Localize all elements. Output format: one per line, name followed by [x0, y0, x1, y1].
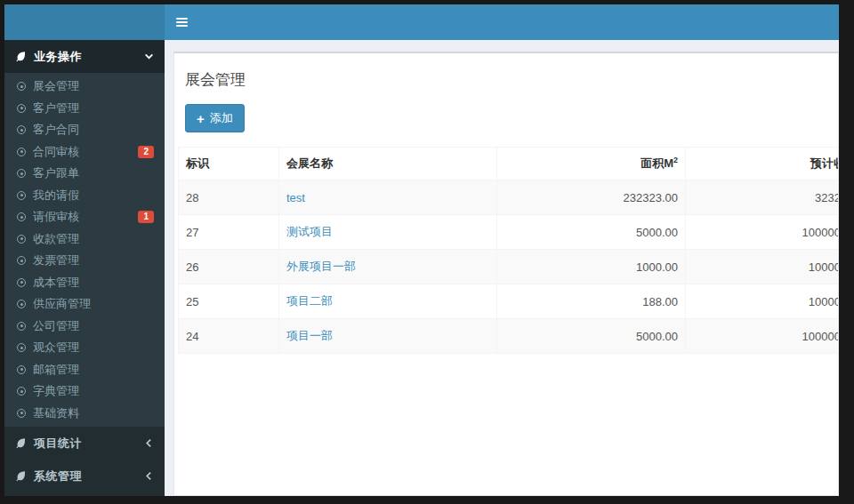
dot-circle-icon — [17, 148, 26, 156]
exhibition-table: 标识 会展名称 面积M2 预计收入 实施部门 28 test 232323.00 — [178, 147, 839, 354]
sidebar-item-basic-data[interactable]: 基础资料 — [4, 403, 165, 425]
sidebar-section-project-stats[interactable]: 项目统计 — [4, 427, 165, 460]
col-header-name: 会展名称 — [279, 148, 497, 180]
navbar — [165, 4, 839, 40]
sidebar-item-cost-mgmt[interactable]: 成本管理 — [4, 272, 165, 294]
sidebar-item-dictionary-mgmt[interactable]: 字典管理 — [4, 380, 165, 403]
cell-area: 188.00 — [497, 284, 686, 319]
sidebar-section-label: 业务操作 — [34, 49, 82, 65]
dot-circle-icon — [17, 300, 26, 308]
sidebar-item-company-mgmt[interactable]: 公司管理 — [4, 316, 165, 338]
sidebar-section-label: 系统管理 — [34, 468, 82, 484]
leaf-icon — [15, 437, 27, 449]
col-header-id: 标识 — [179, 148, 279, 180]
dot-circle-icon — [17, 169, 26, 178]
cell-area: 1000.00 — [497, 250, 686, 284]
dot-circle-icon — [17, 125, 26, 134]
chevron-left-icon — [144, 438, 154, 448]
content-box: 展会管理 + 添加 标识 会展名称 面积M2 预计收入 实施部门 — [173, 52, 839, 496]
exhibition-link[interactable]: 外展项目一部 — [286, 260, 356, 273]
sidebar-item-mailbox-mgmt[interactable]: 邮箱管理 — [4, 359, 165, 381]
table-row: 24 项目一部 5000.00 100000.00 内展项目 — [179, 319, 840, 354]
sidebar-section-label: 项目统计 — [34, 436, 82, 452]
chevron-down-icon — [144, 52, 154, 61]
cell-revenue: 10000.00 — [686, 284, 840, 319]
sidebar-item-supplier-mgmt[interactable]: 供应商管理 — [4, 293, 165, 316]
dot-circle-icon — [17, 191, 26, 200]
sidebar-item-contract-review[interactable]: 合同审核 2 — [4, 141, 165, 164]
cell-name: 外展项目一部 — [279, 250, 497, 284]
sidebar-item-leave-review[interactable]: 请假审核 1 — [4, 206, 165, 228]
dot-circle-icon — [17, 387, 26, 396]
sidebar-item-customer-followup[interactable]: 客户跟单 — [4, 163, 165, 185]
exhibition-link[interactable]: 项目二部 — [286, 294, 333, 308]
table-row: 26 外展项目一部 1000.00 10000.00 外展项目 — [179, 250, 840, 284]
dot-circle-icon — [17, 256, 26, 265]
cell-id: 26 — [179, 250, 279, 284]
col-header-revenue: 预计收入 — [686, 148, 840, 180]
table-row: 25 项目二部 188.00 10000.00 内展项目 — [179, 284, 840, 319]
add-button[interactable]: + 添加 — [185, 104, 245, 132]
dot-circle-icon — [17, 365, 26, 374]
chevron-left-icon — [144, 471, 154, 481]
cell-area: 5000.00 — [497, 319, 686, 354]
dot-circle-icon — [17, 104, 26, 113]
sidebar-section-system-mgmt[interactable]: 系统管理 — [4, 460, 165, 492]
sidebar-item-invoice-mgmt[interactable]: 发票管理 — [4, 250, 165, 272]
sidebar-item-customer-contract[interactable]: 客户合同 — [4, 119, 165, 141]
cell-revenue: 10000.00 — [686, 250, 840, 284]
cell-name: 项目一部 — [279, 319, 497, 354]
table-row: 28 test 232323.00 3232.00 内展项目 — [179, 180, 840, 215]
cell-revenue: 3232.00 — [686, 180, 840, 215]
logo-area — [4, 4, 165, 40]
exhibition-link[interactable]: test — [286, 191, 305, 204]
notification-badge: 1 — [138, 211, 154, 223]
cell-name: 测试项目 — [279, 215, 497, 250]
sidebar-item-customer-mgmt[interactable]: 客户管理 — [4, 98, 165, 120]
content-area: 展会管理 + 添加 标识 会展名称 面积M2 预计收入 实施部门 — [165, 40, 839, 496]
sidebar-item-exhibition-mgmt[interactable]: 展会管理 — [4, 76, 165, 98]
sidebar-section-business-ops[interactable]: 业务操作 — [4, 40, 165, 73]
dot-circle-icon — [17, 409, 26, 418]
exhibition-link[interactable]: 项目一部 — [286, 329, 333, 342]
table-header-row: 标识 会展名称 面积M2 预计收入 实施部门 — [179, 148, 840, 180]
cell-revenue: 100000.00 — [686, 215, 840, 250]
sidebar-item-my-leave[interactable]: 我的请假 — [4, 185, 165, 207]
cell-id: 28 — [179, 180, 279, 215]
leaf-icon — [15, 470, 27, 482]
dot-circle-icon — [17, 82, 26, 91]
cell-id: 25 — [179, 284, 279, 319]
cell-area: 232323.00 — [497, 180, 686, 215]
cell-id: 24 — [179, 319, 279, 354]
app-window: 业务操作 展会管理 客户管理 客户合同 — [4, 4, 839, 496]
sidebar: 业务操作 展会管理 客户管理 客户合同 — [4, 40, 165, 496]
cell-revenue: 100000.00 — [686, 319, 840, 354]
hamburger-icon[interactable] — [165, 4, 198, 40]
col-header-area: 面积M2 — [497, 148, 686, 180]
cell-area: 5000.00 — [497, 215, 686, 250]
page-title: 展会管理 — [185, 69, 827, 90]
table-row: 27 测试项目 5000.00 100000.00 内展项目 — [179, 215, 840, 250]
sidebar-item-audience-mgmt[interactable]: 观众管理 — [4, 337, 165, 359]
sidebar-submenu: 展会管理 客户管理 客户合同 合同审核 2 客户跟单 — [4, 73, 165, 427]
plus-icon: + — [197, 112, 205, 125]
top-navbar — [4, 4, 839, 40]
leaf-icon — [15, 51, 27, 62]
dot-circle-icon — [17, 212, 26, 221]
notification-badge: 2 — [138, 146, 154, 158]
dot-circle-icon — [17, 322, 26, 331]
dot-circle-icon — [17, 278, 26, 287]
cell-name: 项目二部 — [279, 284, 497, 319]
exhibition-link[interactable]: 测试项目 — [286, 225, 333, 238]
cell-name: test — [279, 180, 497, 215]
cell-id: 27 — [179, 215, 279, 250]
sidebar-item-payment-mgmt[interactable]: 收款管理 — [4, 228, 165, 251]
dot-circle-icon — [17, 235, 26, 244]
dot-circle-icon — [17, 343, 26, 352]
